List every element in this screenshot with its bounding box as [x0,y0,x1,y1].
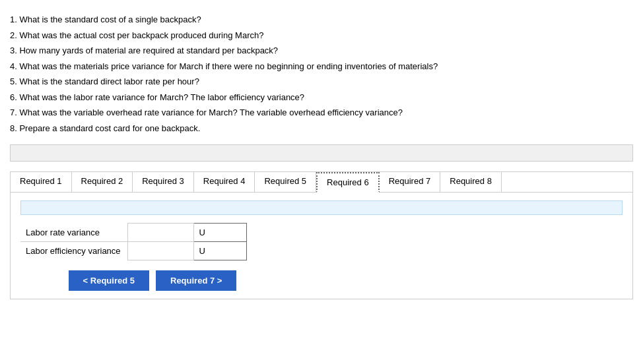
tab-req6[interactable]: Required 6 [316,172,380,193]
variance-label: Labor efficiency variance [20,242,127,260]
tab-req4[interactable]: Required 4 [194,172,255,192]
tab-req5[interactable]: Required 5 [255,172,316,192]
complete-hint-box [10,144,633,162]
tab-req3[interactable]: Required 3 [133,172,194,192]
variance-effect: U [193,242,246,260]
question-item: 5. What is the standard direct labor rat… [10,75,633,88]
table-row: Labor rate varianceU [20,224,246,242]
variance-effect: U [193,224,246,242]
tabs-row: Required 1Required 2Required 3Required 4… [11,172,632,193]
variance-value-input[interactable] [133,226,188,239]
tab-req2[interactable]: Required 2 [72,172,133,192]
nav-buttons: < Required 5 Required 7 > [20,270,285,291]
question-item: 1. What is the standard cost of a single… [10,13,633,26]
variance-label: Labor rate variance [20,224,127,242]
question-item: 8. Prepare a standard cost card for one … [10,122,633,135]
intro-section: 1. What is the standard cost of a single… [10,13,633,135]
question-item: 7. What was the variable overhead rate v… [10,106,633,119]
tab-req8[interactable]: Required 8 [440,172,502,192]
tab-req1[interactable]: Required 1 [11,172,72,192]
variance-table: Labor rate varianceULabor efficiency var… [20,223,247,260]
question-list: 1. What is the standard cost of a single… [10,13,633,135]
question-item: 4. What was the materials price variance… [10,60,633,73]
tab-content-area: Labor rate varianceULabor efficiency var… [11,193,632,299]
prev-button[interactable]: < Required 5 [69,270,149,291]
next-button[interactable]: Required 7 > [156,270,236,291]
question-item: 6. What was the labor rate variance for … [10,91,633,104]
tabs-container: Required 1Required 2Required 3Required 4… [10,171,633,299]
variance-value-input[interactable] [133,245,188,257]
instruction-box [20,200,623,215]
question-item: 2. What was the actual cost per backpack… [10,29,633,42]
question-item: 3. How many yards of material are requir… [10,44,633,57]
table-row: Labor efficiency varianceU [20,242,246,260]
tab-req7[interactable]: Required 7 [380,172,441,192]
